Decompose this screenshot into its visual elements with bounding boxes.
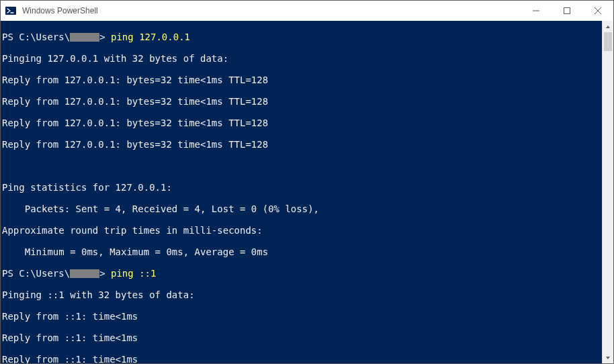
output-line: Approximate round trip times in milli-se… [2,225,602,236]
vertical-scrollbar[interactable] [602,21,613,363]
output-line: Reply from 127.0.0.1: bytes=32 time<1ms … [2,96,602,107]
prompt-1-post: > [99,32,111,42]
scroll-down-button[interactable] [603,352,613,363]
close-button[interactable] [582,1,613,21]
redacted-username [70,33,99,42]
output-line [2,161,602,171]
redacted-username [70,269,99,278]
command-2: ping ::1 [111,268,156,279]
scroll-thumb[interactable] [604,32,612,51]
terminal-output[interactable]: PS C:\Users\> ping 127.0.0.1 Pinging 127… [1,21,602,363]
output-line: Packets: Sent = 4, Received = 4, Lost = … [2,203,602,214]
output-line: Reply from ::1: time<1ms [2,311,602,322]
window-title: Windows PowerShell [21,6,98,15]
output-line: Ping statistics for 127.0.0.1: [2,182,602,193]
powershell-window: Windows PowerShell PS C:\Users\> ping 12… [0,0,614,364]
titlebar[interactable]: Windows PowerShell [1,1,613,21]
app-icon [1,1,21,21]
client-area: PS C:\Users\> ping 127.0.0.1 Pinging 127… [1,21,613,363]
svg-rect-3 [564,8,570,14]
powershell-icon [5,5,16,16]
output-line: Pinging 127.0.0.1 with 32 bytes of data: [2,53,602,64]
scroll-up-button[interactable] [603,21,613,32]
output-line: Pinging ::1 with 32 bytes of data: [2,289,602,300]
svg-rect-0 [5,7,16,15]
command-1: ping 127.0.0.1 [111,32,190,42]
output-line: Reply from ::1: time<1ms [2,354,602,363]
prompt-2-pre: PS C:\Users\ [2,268,70,279]
output-line: Reply from ::1: time<1ms [2,332,602,343]
maximize-button[interactable] [552,1,582,21]
output-line: Reply from 127.0.0.1: bytes=32 time<1ms … [2,139,602,150]
output-line: Reply from 127.0.0.1: bytes=32 time<1ms … [2,118,602,128]
output-line: Minimum = 0ms, Maximum = 0ms, Average = … [2,246,602,257]
prompt-1-pre: PS C:\Users\ [2,32,70,42]
output-line: Reply from 127.0.0.1: bytes=32 time<1ms … [2,75,602,85]
prompt-2-post: > [99,268,111,279]
scroll-track[interactable] [603,32,613,352]
minimize-button[interactable] [521,1,552,21]
